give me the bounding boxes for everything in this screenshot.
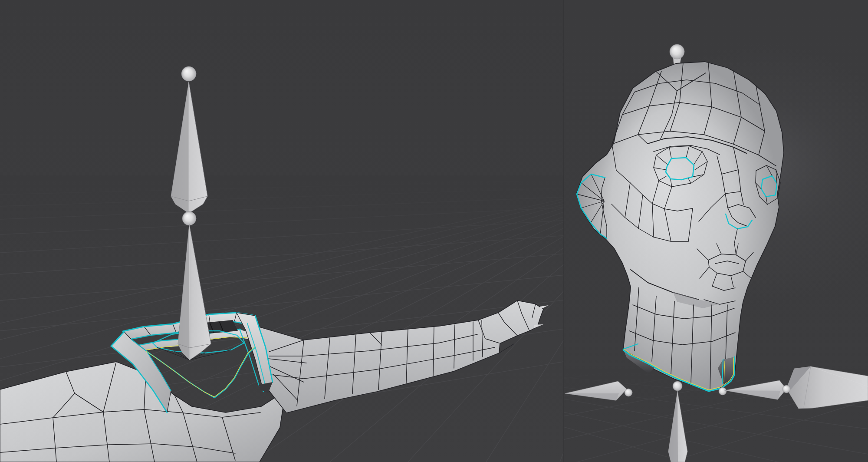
scene-svg	[0, 0, 868, 462]
grid-horizon-fade	[0, 175, 564, 267]
viewport-split-container	[0, 0, 868, 462]
